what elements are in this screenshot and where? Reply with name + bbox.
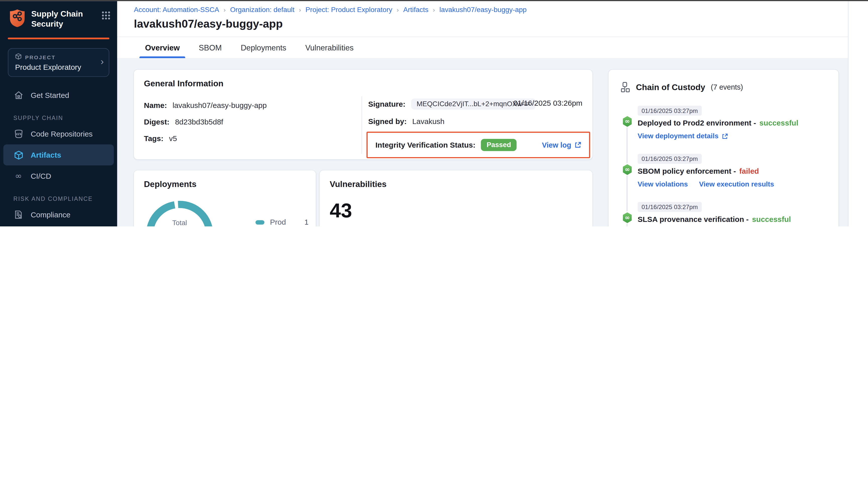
svg-text:∞: ∞ [624, 166, 629, 173]
sidebar-item-get-started[interactable]: Get Started [0, 85, 117, 106]
breadcrumb-current[interactable]: lavakush07/easy-buggy-app [439, 6, 527, 14]
sidebar-item-cicd[interactable]: ∞ CI/CD [0, 166, 117, 186]
external-link-icon [575, 142, 581, 148]
window-top-strip [0, 0, 868, 1]
infinity-icon: ∞ [13, 171, 23, 181]
breadcrumb-account[interactable]: Account: Automation-SSCA [134, 6, 219, 14]
deployments-donut-chart: Total Deployments 1 [145, 200, 214, 227]
tab-sbom[interactable]: SBOM [199, 37, 222, 58]
event-title: SBOM policy enforcement - [638, 167, 736, 175]
view-deployment-details-link[interactable]: View deployment details [638, 132, 728, 140]
package-icon [15, 53, 22, 61]
signed-by-value: Lavakush [412, 117, 444, 125]
page-header: Account: Automation-SSCA› Organization: … [117, 1, 848, 36]
event-status: successful [752, 215, 791, 223]
breadcrumb-organization[interactable]: Organization: default [230, 6, 294, 14]
view-log-label: View log [542, 141, 571, 149]
app-name: Supply Chain Security [31, 9, 89, 29]
brand-accent-rule [8, 38, 109, 39]
view-violations-link[interactable]: View violations [638, 181, 688, 188]
general-information-card: General Information Name:lavakush07/easy… [134, 70, 592, 159]
breadcrumb-separator: › [433, 7, 435, 13]
breadcrumb-separator: › [224, 7, 226, 13]
event-title: SLSA provenance verification - [638, 215, 749, 223]
project-selector-label-row: PROJECT [15, 53, 95, 61]
tags-field: Tags:v5 [144, 135, 177, 143]
external-link-icon [722, 133, 728, 139]
sidebar-nav: Get Started SUPPLY CHAIN Code Repositori… [0, 85, 117, 227]
section-label-risk: RISK AND COMPLIANCE [0, 195, 117, 202]
name-label: Name: [144, 101, 167, 109]
project-name: Product Exploratory [15, 63, 95, 71]
chain-of-custody-card: Chain of Custody (7 events) ∞ 01/16/2025… [608, 70, 839, 227]
svg-text:∞: ∞ [624, 214, 629, 221]
app-window: Supply Chain Security PROJECT Product Ex… [0, 0, 868, 227]
event-timestamp: 01/16/2025 03:27pm [638, 202, 702, 212]
code-repo-icon [13, 130, 23, 138]
app-switcher-grid-icon[interactable] [101, 11, 110, 22]
view-log-link[interactable]: View log [542, 141, 581, 149]
brand: Supply Chain Security [0, 1, 117, 35]
project-label: PROJECT [25, 54, 56, 60]
integrity-highlight-box: Integrity Verification Status: Passed Vi… [366, 132, 590, 158]
shield-logo-icon [9, 9, 26, 30]
card-title: Vulnerabilities [330, 179, 387, 188]
legend-value: 1 [304, 218, 309, 226]
card-title: Deployments [144, 179, 196, 188]
sidebar-item-rule-definitions[interactable]: Rule Definitions [0, 225, 117, 227]
chain-of-custody-header: Chain of Custody (7 events) [621, 82, 743, 93]
breadcrumb-artifacts[interactable]: Artifacts [403, 6, 429, 14]
svg-text:∞: ∞ [624, 118, 629, 124]
tab-overview[interactable]: Overview [145, 37, 180, 58]
sidebar-item-label: Code Repositories [31, 130, 93, 138]
hierarchy-icon [621, 82, 630, 93]
integrity-status-badge: Passed [481, 139, 517, 151]
main-area: Account: Automation-SSCA› Organization: … [117, 1, 848, 227]
sidebar-item-label: Artifacts [31, 151, 61, 159]
event-timestamp: 01/16/2025 03:27pm [638, 154, 702, 164]
deployments-legend: Prod 1 Pre Prod 0 [255, 218, 309, 227]
integrity-label: Integrity Verification Status: [375, 141, 475, 149]
coc-event-sbom-policy: ∞ 01/16/2025 03:27pm SBOM policy enforce… [618, 153, 830, 188]
sidebar-item-label: CI/CD [31, 172, 51, 180]
home-icon [13, 90, 23, 99]
signature-date: 01/16/2025 03:26pm [514, 99, 582, 107]
content-area: General Information Name:lavakush07/easy… [117, 59, 848, 227]
right-rail [848, 1, 868, 227]
coc-event-deploy: ∞ 01/16/2025 03:27pm Deployed to Prod2 e… [618, 105, 830, 140]
breadcrumb: Account: Automation-SSCA› Organization: … [134, 6, 527, 14]
tags-label: Tags: [144, 135, 164, 143]
chain-of-custody-title: Chain of Custody [636, 82, 705, 92]
link-label: View deployment details [638, 132, 719, 140]
breadcrumb-project[interactable]: Project: Product Exploratory [305, 6, 392, 14]
view-execution-results-link[interactable]: View execution results [699, 181, 774, 188]
name-value: lavakush07/easy-buggy-app [172, 101, 267, 109]
artifact-name-field: Name:lavakush07/easy-buggy-app [144, 101, 267, 109]
project-selector[interactable]: PROJECT Product Exploratory › [8, 48, 109, 77]
chain-of-custody-timeline: ∞ 01/16/2025 03:27pm Deployed to Prod2 e… [618, 101, 830, 227]
signature-label: Signature: [368, 100, 405, 108]
event-timestamp: 01/16/2025 03:27pm [638, 106, 702, 116]
signed-by-label: Signed by: [368, 117, 407, 125]
tags-value: v5 [169, 135, 177, 143]
breadcrumb-separator: › [397, 7, 399, 13]
donut-label-line1: Total [172, 219, 187, 227]
document-search-icon [13, 210, 23, 219]
sidebar-item-label: Get Started [31, 91, 69, 99]
sidebar-item-compliance[interactable]: Compliance [0, 204, 117, 225]
prod-swatch [255, 220, 264, 224]
chevron-right-icon: › [101, 57, 104, 68]
digest-value: 8d23bd3b5d8f [175, 118, 223, 126]
pipeline-hexagon-icon: ∞ [622, 211, 632, 223]
digest-field: Digest:8d23bd3b5d8f [144, 118, 223, 126]
vulnerabilities-card: Vulnerabilities 43 12 CRITICAL 15 HIGH 7… [320, 170, 592, 227]
sidebar-item-code-repositories[interactable]: Code Repositories [0, 123, 117, 144]
coc-event-slsa-verification: ∞ 01/16/2025 03:27pm SLSA provenance ver… [618, 201, 830, 227]
signature-field: Signature: MEQCICde2VjIT...bL+2+mqnOXw== [368, 98, 536, 109]
card-title: General Information [144, 78, 224, 88]
tab-vulnerabilities[interactable]: Vulnerabilities [305, 37, 353, 58]
sidebar-item-artifacts[interactable]: Artifacts [3, 144, 114, 166]
tab-deployments[interactable]: Deployments [241, 37, 286, 58]
chain-of-custody-count: (7 events) [711, 83, 743, 92]
sidebar-item-label: Compliance [31, 210, 70, 219]
